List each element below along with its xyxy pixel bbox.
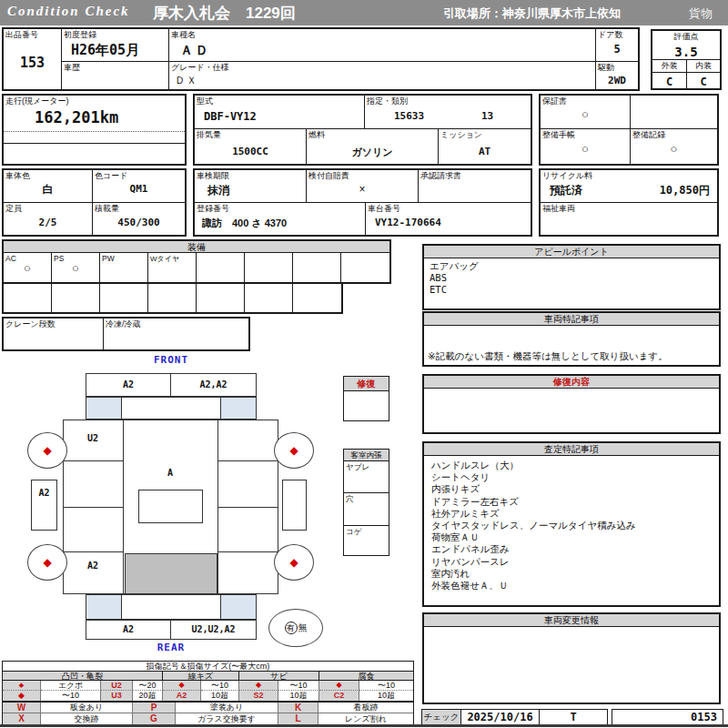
displacement-cell: 排気量 1500CC — [195, 129, 307, 164]
grade-label: グレード・仕様 — [171, 63, 229, 73]
inspection-cell: 車検期限 抹消 — [195, 170, 307, 202]
legend-symbol-small-diamond: ◆ — [3, 681, 41, 691]
damage-code-table: W 板金あり P 塗装あり K 看板跡 X 交換跡 G ガラス交換要す L レン… — [2, 702, 414, 726]
equipment-label: Wタイヤ — [150, 254, 179, 264]
interior-grade-cell: C — [687, 73, 720, 88]
front-cowl-right — [220, 398, 256, 419]
doors-label: ドア数 — [598, 30, 622, 40]
exterior-grade-cell: C — [652, 73, 687, 88]
equipment-cell-empty — [293, 253, 341, 282]
wheel-damage-mark: ◆ — [289, 445, 298, 456]
condition-check-sheet: Condition Check 厚木入札会 1229回 引取場所：神奈川県厚木市… — [0, 0, 728, 728]
equipment-cell-ps: PS ○ — [52, 253, 100, 282]
transmission-cell: ミッション AT — [439, 129, 531, 164]
load-capacity-cell: 積載量 450/300 — [93, 203, 185, 235]
maintenance-record-label: 整備記録 — [632, 130, 665, 140]
vehicle-info-table: 出品番号 153 初度登録 H26年05月 車種名 ＡＤ ドア数 5 車歴 グレ… — [2, 27, 640, 91]
score-value-cell: 3.5 — [652, 43, 720, 60]
vehicle-notes-box: 車両特記事項 ※記載のない書類・機器等は無しとして取り扱います。 — [422, 311, 721, 367]
assessment-item: 室内汚れ — [431, 568, 712, 580]
repair-title: 修復 — [344, 377, 389, 391]
model-code-box: 型式 DBF-VY12 指定・類別 15633 13 排気量 1500CC 燃料… — [193, 94, 532, 166]
front-bumper: A2 A2,A2 — [86, 373, 257, 397]
assessment-item: 荷物室ＡＵ — [431, 531, 712, 543]
drive-label: 駆動 — [598, 63, 614, 73]
fuel-value: ガソリン — [307, 146, 438, 159]
repair-detail-box: 修復内容 — [422, 374, 721, 434]
rear-cowl — [86, 594, 257, 620]
check-label: チェック — [422, 710, 461, 725]
cabin-hole-label: 穴 — [346, 494, 354, 504]
wheel-rear-right: ◆ — [274, 544, 314, 581]
wheel-front-right: ◆ — [274, 432, 314, 469]
equipment-cell-empty — [148, 284, 197, 312]
damage-legend-table: 損傷記号＆損傷サイズ(〜最大cm) 凸凹・亀裂 線キズ サビ 腐食 ◆ エクボ … — [2, 661, 414, 702]
score-value: 3.5 — [652, 45, 720, 59]
first-registration-cell: 初度登録 H26年05月 — [62, 29, 169, 62]
equipment-mark: ○ — [4, 261, 51, 275]
equipment-cell-empty — [197, 284, 245, 312]
divider — [4, 131, 185, 132]
body-color-label: 車体色 — [5, 171, 30, 181]
appeal-points-box: アピールポイント エアバッグ ABS ETC — [422, 244, 721, 310]
load-capacity-label: 積載量 — [95, 204, 119, 214]
legend-text: 〜10 — [359, 681, 413, 691]
assessment-item: エンドパネル歪み — [431, 543, 712, 555]
model-name-cell: 車種名 ＡＤ — [169, 29, 596, 62]
exterior-grade-value: C — [652, 76, 686, 88]
welfare-label: 福祉車両 — [542, 204, 575, 214]
body-divider — [123, 420, 124, 594]
rear-cowl-center — [122, 595, 220, 619]
sheet-number: 0153 — [612, 710, 723, 724]
maintenance-record-cell: 整備記録 ○ — [631, 129, 717, 164]
capacity-value: 2/5 — [4, 217, 92, 228]
front-bumper-right-mark: A2,A2 — [171, 374, 256, 396]
assessment-item: ドアミラー左右キズ — [431, 496, 712, 508]
check-inspector: T — [540, 710, 607, 725]
cabin-hole-cell: 穴 — [344, 493, 389, 526]
capacity-label: 定員 — [5, 204, 22, 214]
vehicle-category: 貨物 — [689, 5, 713, 22]
legend-text: 20超 — [133, 691, 163, 701]
assessment-item: 外装色褪せＡ、Ｕ — [431, 580, 712, 592]
insurance-label: 検付自賠責 — [308, 171, 349, 181]
equipment-title: 装備 — [4, 241, 389, 253]
legend-symbol-diamond: ◆ — [319, 681, 359, 691]
pickup-location: 引取場所：神奈川県厚木市上依知 — [443, 5, 621, 22]
spare-tire-indicator: 有 無 — [268, 609, 323, 647]
assessment-notes-box: 査定特記事項 ハンドルスレ（大） シートヘタリ 内張りキズ ドアミラー左右キズ … — [422, 441, 721, 607]
equipment-cell-wtire: Wタイヤ — [148, 253, 197, 282]
recycle-fee-cell: リサイクル料 預託済 10,850円 — [541, 170, 717, 203]
assessment-item: タイヤスタッドレス、ノーマルタイヤ積み込み — [431, 520, 712, 531]
legend-group-dent: 凸凹・亀裂 — [3, 672, 163, 681]
vehicle-change-info-box: 車両変更情報 — [422, 612, 721, 704]
interior-grade-value: C — [687, 76, 720, 88]
windshield-mark: A — [123, 468, 217, 478]
inspection-label: 車検期限 — [197, 171, 229, 181]
body-divider — [63, 460, 123, 461]
score-box: 評価点 3.5 外装 内装 C C — [651, 29, 722, 90]
grade-value: ＤＸ — [175, 74, 198, 87]
fuel-cell: 燃料 ガソリン — [307, 129, 439, 164]
cabin-tear-label: ヤブレ — [346, 462, 369, 472]
check-date: 2025/10/16 — [461, 710, 540, 725]
legend-code-u2: U2 — [101, 681, 133, 691]
fridge-label: 冷凍/冷蔵 — [106, 319, 141, 329]
maintenance-book-label: 整備手帳 — [542, 130, 575, 140]
model-code-value: DBF-VY12 — [204, 110, 257, 123]
legend-symbol-diamond: ◆ — [239, 681, 278, 691]
warranty-label: 保証書 — [542, 96, 567, 106]
wheel-rear-left: ◆ — [27, 544, 67, 581]
cabin-burn-cell: コゲ — [344, 526, 389, 554]
body-divider — [217, 551, 278, 552]
color-code-cell: 色コード QM1 — [93, 170, 185, 203]
class-cell: 指定・類別 15633 13 — [365, 96, 531, 128]
body-color-cell: 車体色 白 — [4, 170, 93, 203]
registration-number-value: 諏訪 400 さ 4370 — [202, 217, 287, 230]
rear-bumper-right-mark: U2,U2,A2 — [171, 621, 256, 639]
maintenance-book-mark: ○ — [541, 142, 630, 156]
appeal-item: ETC — [430, 284, 713, 296]
crane-label: クレーン段数 — [5, 319, 56, 329]
load-capacity-value: 450/300 — [93, 217, 185, 228]
roof-panel — [138, 490, 203, 523]
